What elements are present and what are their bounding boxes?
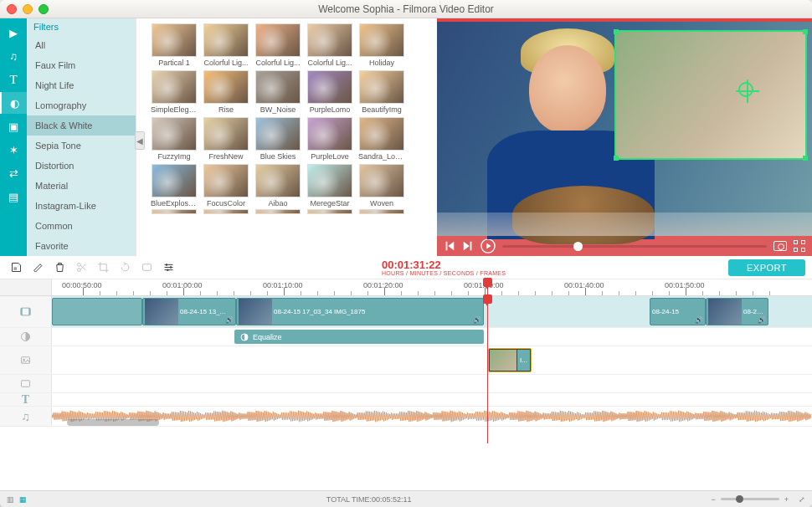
filter-item[interactable]: MeregeStar — [306, 164, 354, 209]
filter-item[interactable]: Woven — [357, 164, 406, 209]
zoom-control: − + ⤢ — [711, 495, 805, 504]
collapse-sidebar-button[interactable]: ◀ — [135, 131, 145, 150]
filter-item[interactable]: FuzzyImg — [150, 117, 198, 162]
filter-item[interactable] — [150, 209, 198, 214]
playhead[interactable] — [487, 296, 488, 443]
filter-item[interactable]: Blue Skies — [254, 117, 302, 162]
delete-button[interactable] — [50, 259, 69, 277]
filter-item[interactable]: BW_Noise — [254, 70, 302, 115]
video-clip[interactable]: 08-24-15🔊 — [706, 298, 768, 325]
zoom-knob[interactable] — [736, 495, 743, 503]
filter-item[interactable]: FocusColor — [202, 164, 250, 209]
list-view-button[interactable]: ▦ — [19, 495, 27, 504]
filter-thumb — [359, 23, 404, 57]
filter-item[interactable]: Colorful Lig... — [202, 23, 250, 69]
video-track-head[interactable] — [0, 296, 52, 327]
zoom-in-button[interactable]: + — [784, 495, 789, 504]
filter-item[interactable]: SimpleElegent — [150, 70, 198, 115]
filter-item[interactable]: BeautifyImg — [357, 70, 406, 115]
close-button[interactable] — [7, 4, 17, 14]
media-icon[interactable]: ▶ — [0, 22, 27, 44]
overlay-track-head[interactable] — [0, 346, 52, 374]
play-button[interactable] — [481, 238, 496, 254]
sidebar-item-favorite[interactable]: Favorite — [27, 236, 136, 256]
timeline-scrollbar[interactable] — [67, 419, 159, 426]
seek-slider[interactable] — [502, 245, 767, 248]
video-preview[interactable] — [437, 22, 812, 236]
filter-icon[interactable]: ◐ — [0, 92, 27, 114]
pip-handle-tl[interactable] — [614, 29, 619, 34]
video-clip[interactable] — [52, 298, 142, 325]
filter-item[interactable]: Rise — [202, 70, 250, 115]
zoom-slider[interactable] — [721, 498, 779, 500]
next-frame-button[interactable] — [462, 240, 474, 252]
text-track-head[interactable]: T — [0, 393, 52, 406]
filter-item[interactable] — [254, 209, 302, 214]
sidebar-item-all[interactable]: All — [27, 35, 136, 55]
video-clip[interactable]: 08-24-15 17_03_34 IMG_1875🔊 — [236, 298, 484, 325]
effect-clip[interactable]: Equalize — [234, 330, 484, 344]
sidebar-item-distortion[interactable]: Distortion — [27, 156, 136, 176]
filter-item[interactable] — [306, 209, 354, 214]
filter-label: BlueExplosion — [151, 199, 198, 207]
seek-handle[interactable] — [573, 242, 583, 251]
sidebar-item-night-life[interactable]: Night Life — [27, 75, 136, 95]
sidebar-item-instagram-like[interactable]: Instagram-Like — [27, 196, 136, 216]
sidebar-item-material[interactable]: Material — [27, 176, 136, 196]
text-lane[interactable] — [52, 393, 812, 406]
audio-lane[interactable] — [52, 407, 812, 426]
pip-handle-bl[interactable] — [614, 156, 619, 161]
filter-item[interactable]: BlueExplosion — [150, 164, 198, 209]
effect-track-head[interactable] — [0, 328, 52, 346]
filter-item[interactable]: FreshNew — [202, 117, 250, 162]
fit-timeline-button[interactable]: ⤢ — [799, 495, 805, 504]
thumbs-view-button[interactable]: ▥ — [7, 495, 14, 504]
sidebar-item-lomography[interactable]: Lomography — [27, 95, 136, 115]
transition-icon[interactable]: ⇄ — [0, 162, 27, 184]
effect-lane[interactable]: Equalize — [52, 328, 812, 346]
overlay-lane[interactable]: I... — [52, 346, 812, 374]
text-icon[interactable]: T — [0, 69, 27, 90]
overlay-clip[interactable]: I... — [488, 348, 532, 372]
filter-item[interactable]: PurpleLove — [306, 117, 354, 162]
record-voiceover-button[interactable] — [7, 259, 25, 277]
video-clip[interactable]: 08-24-15 13_...🔊 — [142, 298, 236, 325]
edit-tool-button[interactable] — [28, 259, 47, 277]
pip-handle-br[interactable] — [803, 156, 808, 161]
zoom-out-button[interactable]: − — [711, 495, 715, 504]
zoom-button[interactable] — [39, 4, 49, 14]
spacer-lane[interactable] — [52, 375, 812, 392]
overlay-icon[interactable]: ▣ — [0, 115, 27, 137]
filter-item[interactable]: Sandra_Lomo — [357, 117, 406, 162]
video-clip[interactable]: 08-24-15🔊 — [650, 298, 706, 325]
music-icon[interactable]: ♫ — [0, 45, 27, 67]
pip-overlay[interactable] — [614, 30, 807, 160]
sidebar-item-common[interactable]: Common — [27, 216, 136, 236]
audio-track-head[interactable]: ♫ — [0, 407, 52, 426]
filter-item[interactable]: PurpleLomo — [306, 70, 354, 115]
spacer-track-head[interactable] — [0, 375, 52, 392]
split-icon[interactable]: ▤ — [0, 186, 27, 207]
filter-item[interactable] — [202, 209, 250, 214]
ruler-label: 00:01:20:00 — [363, 281, 403, 289]
filter-item[interactable]: Aibao — [254, 164, 302, 209]
filter-item[interactable] — [357, 209, 406, 214]
filter-item[interactable]: Partical 1 — [150, 23, 198, 69]
color-tune-button[interactable] — [159, 259, 177, 277]
element-icon[interactable]: ✶ — [0, 139, 27, 161]
sidebar-item-black-white[interactable]: Black & White — [27, 115, 136, 136]
timeline-ruler[interactable]: 00:00:50:0000:01:00:0000:01:10:0000:01:2… — [52, 279, 812, 295]
snapshot-button[interactable] — [773, 241, 787, 251]
pip-handle-tr[interactable] — [803, 29, 808, 34]
sidebar-item-faux-film[interactable]: Faux Film — [27, 55, 136, 75]
pip-center-target[interactable] — [738, 82, 753, 97]
filter-item[interactable]: Holiday — [357, 23, 406, 69]
sidebar-item-sepia-tone[interactable]: Sepia Tone — [27, 136, 136, 156]
export-button[interactable]: EXPORT — [728, 259, 805, 276]
filter-item[interactable]: Colorful Lig... — [306, 23, 354, 69]
minimize-button[interactable] — [23, 4, 33, 14]
filter-item[interactable]: Colorful Lig... — [254, 23, 302, 69]
fullscreen-button[interactable] — [794, 240, 805, 252]
video-lane[interactable]: 87008-24-15 13_...🔊08-24-15 17_03_34 IMG… — [52, 296, 812, 327]
prev-frame-button[interactable] — [444, 240, 455, 252]
